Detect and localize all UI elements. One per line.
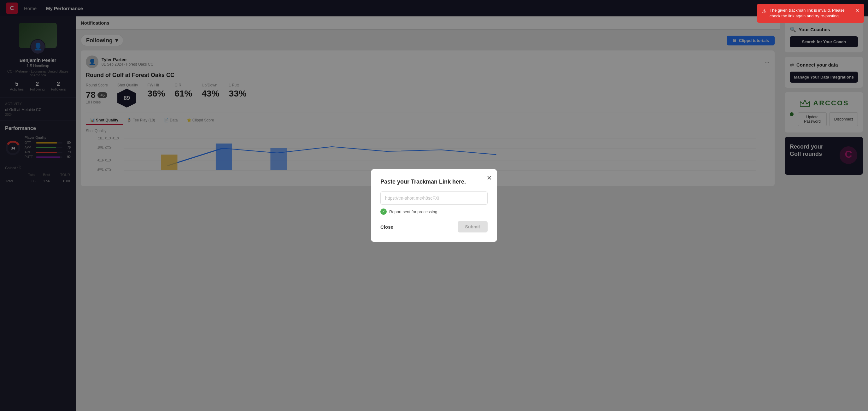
- error-toast: ⚠ The given trackman link is invalid. Pl…: [757, 4, 864, 23]
- modal-title: Paste your Trackman Link here.: [380, 179, 488, 185]
- modal-overlay: ✕ Paste your Trackman Link here. ✓ Repor…: [0, 0, 868, 411]
- toast-message: The given trackman link is invalid. Plea…: [770, 7, 852, 19]
- toast-close-button[interactable]: ✕: [855, 7, 859, 13]
- modal-footer: Close Submit: [380, 221, 488, 232]
- trackman-link-input[interactable]: [380, 191, 488, 205]
- check-icon: ✓: [380, 209, 387, 215]
- warning-icon: ⚠: [762, 8, 767, 15]
- success-text: Report sent for processing: [389, 210, 437, 214]
- modal-submit-button[interactable]: Submit: [458, 221, 488, 232]
- modal-close-button[interactable]: Close: [380, 224, 393, 230]
- success-row: ✓ Report sent for processing: [380, 209, 488, 215]
- modal-close-x-button[interactable]: ✕: [487, 174, 492, 182]
- trackman-modal: ✕ Paste your Trackman Link here. ✓ Repor…: [371, 169, 497, 242]
